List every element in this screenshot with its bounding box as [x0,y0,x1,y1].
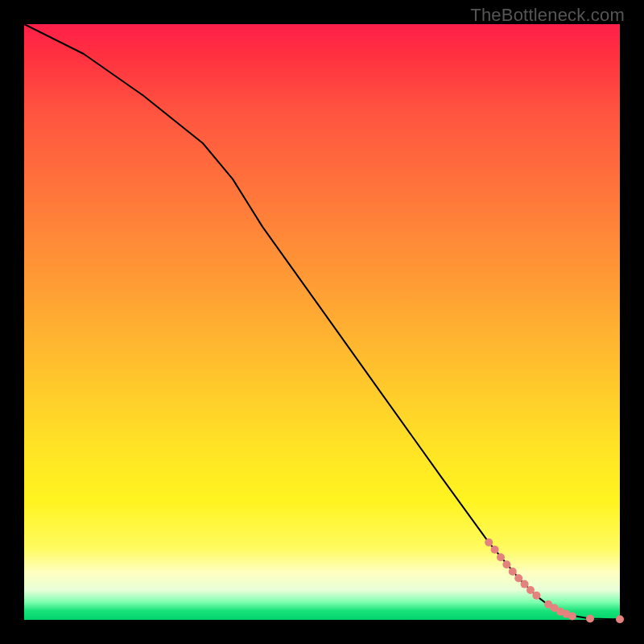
curve-dot [568,613,576,621]
curve-dot [514,574,522,582]
curve-dot [521,580,529,588]
curve-dots [485,539,624,623]
curve-dot [526,586,535,594]
curve-dot [485,539,493,547]
curve-dot [491,546,499,554]
watermark-label: TheBottleneck.com [470,5,625,26]
curve-dot [502,560,510,568]
curve-dot [497,553,505,561]
curve-dot [586,615,594,623]
curve-line [24,24,620,619]
curve-dot [509,568,517,576]
curve-polyline [24,24,620,619]
chart-overlay [24,24,620,620]
curve-dot [616,615,624,623]
curve-dot [532,592,540,600]
chart-stage: TheBottleneck.com [0,0,644,644]
